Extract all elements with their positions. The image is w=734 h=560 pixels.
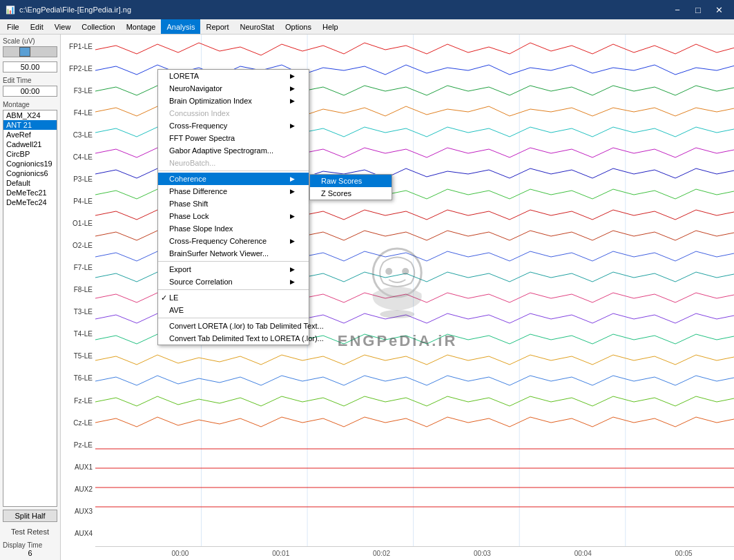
menu-divider2 <box>158 261 309 262</box>
time-00-03: 00:03 <box>432 550 532 557</box>
time-00-02: 00:02 <box>331 550 432 557</box>
menu-export[interactable]: Export ▶ <box>158 263 309 276</box>
ch-fp1: FP1-LE <box>61 44 95 50</box>
menu-file[interactable]: File <box>1 19 25 34</box>
menu-view[interactable]: View <box>49 19 77 34</box>
edit-time-value[interactable]: 00:00 <box>3 86 57 97</box>
ch-t3: T3-LE <box>61 309 95 316</box>
channel-labels: FP1-LE FP2-LE F3-LE F4-LE C3-LE C4-LE P3… <box>61 35 95 546</box>
split-half-button[interactable]: Split Half <box>3 510 57 522</box>
montage-ant21[interactable]: ANT 21 <box>3 120 57 130</box>
window-title: c:\EngPedia\File-[EngPedia.ir].ng <box>19 6 131 14</box>
ch-pz: Pz-LE <box>61 442 95 449</box>
ch-p4: P4-LE <box>61 198 95 205</box>
menu-coherence[interactable]: Coherence ▶ <box>158 173 309 185</box>
ch-cz: Cz-LE <box>61 420 95 427</box>
ch-f7: F7-LE <box>61 264 95 271</box>
ch-aux3: AUX3 <box>61 508 95 515</box>
menu-phase-shift[interactable]: Phase Shift <box>158 197 309 210</box>
menu-ave[interactable]: AVE <box>158 304 309 316</box>
ch-f8: F8-LE <box>61 287 95 293</box>
menu-help[interactable]: Help <box>317 19 344 34</box>
scale-slider[interactable] <box>3 46 57 57</box>
menu-concussion: Concussion Index <box>158 107 309 119</box>
menu-collection[interactable]: Collection <box>76 19 120 34</box>
menu-phase-slope[interactable]: Phase Slope Index <box>158 222 309 235</box>
montage-default[interactable]: Default <box>3 178 57 188</box>
menu-bar: File Edit View Collection Montage Analys… <box>0 19 734 35</box>
ch-t5: T5-LE <box>61 353 95 360</box>
ch-aux1: AUX1 <box>61 464 95 471</box>
analysis-dropdown: LORETA ▶ NeuroNavigator ▶ Brain Optimiza… <box>157 69 309 345</box>
menu-source-correlation[interactable]: Source Correlation ▶ <box>158 276 309 288</box>
menu-cross-frequency[interactable]: Cross-Frequency ▶ <box>158 119 309 132</box>
menu-neuronavigator[interactable]: NeuroNavigator ▶ <box>158 82 309 95</box>
menu-gabor[interactable]: Gabor Adaptive Spectrogram... <box>158 144 309 157</box>
scale-label: Scale (uV) <box>3 37 57 45</box>
menu-neurostat[interactable]: NeuroStat <box>234 19 280 34</box>
menu-z-scores[interactable]: Z Scores <box>310 187 392 200</box>
montage-list[interactable]: ABM_X24 ANT 21 AveRef Cadwell21 CircBP C… <box>3 110 57 507</box>
menu-le[interactable]: LE <box>158 291 309 304</box>
ch-p3: P3-LE <box>61 176 95 183</box>
time-00-01: 00:01 <box>231 550 331 557</box>
ch-f4: F4-LE <box>61 110 95 117</box>
ch-c3: C3-LE <box>61 132 95 139</box>
menu-options[interactable]: Options <box>280 19 317 34</box>
menu-cross-freq-coherence[interactable]: Cross-Frequency Coherence ▶ <box>158 235 309 247</box>
left-panel: Scale (uV) 50.00 Edit Time 00:00 Montage… <box>0 35 61 560</box>
ch-t6: T6-LE <box>61 375 95 382</box>
scale-value[interactable]: 50.00 <box>3 61 57 73</box>
scale-slider-thumb <box>19 47 30 57</box>
app-icon: 📊 <box>6 6 15 15</box>
menu-montage[interactable]: Montage <box>121 19 162 34</box>
menu-divider4 <box>158 318 309 318</box>
time-00-04: 00:04 <box>532 550 633 557</box>
ch-o1: O1-LE <box>61 220 95 227</box>
menu-convert-tab[interactable]: Convert Tab Delimited Text to LORETA (.l… <box>158 332 309 345</box>
edit-time-label: Edit Time <box>3 77 57 84</box>
menu-analysis[interactable]: Analysis <box>161 19 200 34</box>
montage-cognionics6[interactable]: Cognionics6 <box>3 168 57 178</box>
menu-convert-lor[interactable]: Convert LORETA (.lor) to Tab Delimited T… <box>158 320 309 332</box>
menu-fft-power[interactable]: FFT Power Spectra <box>158 132 309 144</box>
time-axis: 00:00 00:01 00:02 00:03 00:04 00:05 <box>95 546 734 560</box>
eeg-area: FP1-LE FP2-LE F3-LE F4-LE C3-LE C4-LE P3… <box>61 35 734 560</box>
menu-report[interactable]: Report <box>200 19 234 34</box>
ch-t4: T4-LE <box>61 331 95 338</box>
menu-neurobatch: NeuroBatch... <box>158 157 309 169</box>
ch-c4: C4-LE <box>61 154 95 161</box>
menu-brainsurfer[interactable]: BrainSurfer Network Viewer... <box>158 247 309 260</box>
minimize-button[interactable]: − <box>668 3 687 17</box>
ch-fz: Fz-LE <box>61 398 95 405</box>
montage-cadwell[interactable]: Cadwell21 <box>3 139 57 149</box>
montage-label: Montage <box>3 101 57 108</box>
menu-phase-lock[interactable]: Phase Lock ▶ <box>158 210 309 222</box>
ch-f3: F3-LE <box>61 88 95 95</box>
menu-divider3 <box>158 289 309 290</box>
display-time-value: 6 <box>3 549 57 557</box>
montage-demetec21[interactable]: DeMeTec21 <box>3 188 57 197</box>
time-00-00: 00:00 <box>130 550 231 557</box>
menu-brain-optimization[interactable]: Brain Optimization Index ▶ <box>158 95 309 107</box>
montage-cognionics19[interactable]: Cognionics19 <box>3 159 57 168</box>
montage-circbp[interactable]: CircBP <box>3 149 57 159</box>
test-retest-label: Test Retest <box>3 528 57 536</box>
title-bar: 📊 c:\EngPedia\File-[EngPedia.ir].ng − □ … <box>0 0 734 19</box>
montage-abm[interactable]: ABM_X24 <box>3 110 57 120</box>
montage-demetec24[interactable]: DeMeTec24 <box>3 197 57 207</box>
display-time-label: Display Time <box>3 541 57 549</box>
menu-raw-scores[interactable]: Raw Scores <box>310 175 392 187</box>
menu-phase-diff[interactable]: Phase Difference ▶ <box>158 185 309 197</box>
menu-loreta[interactable]: LORETA ▶ <box>158 70 309 82</box>
menu-edit[interactable]: Edit <box>25 19 49 34</box>
maximize-button[interactable]: □ <box>688 3 708 17</box>
ch-aux4: AUX4 <box>61 530 95 537</box>
ch-fp2: FP2-LE <box>61 66 95 73</box>
montage-averef[interactable]: AveRef <box>3 130 57 139</box>
menu-divider1 <box>158 171 309 171</box>
close-button[interactable]: ✕ <box>709 3 728 17</box>
ch-o2: O2-LE <box>61 242 95 249</box>
ch-aux2: AUX2 <box>61 486 95 493</box>
time-00-05: 00:05 <box>633 550 734 557</box>
